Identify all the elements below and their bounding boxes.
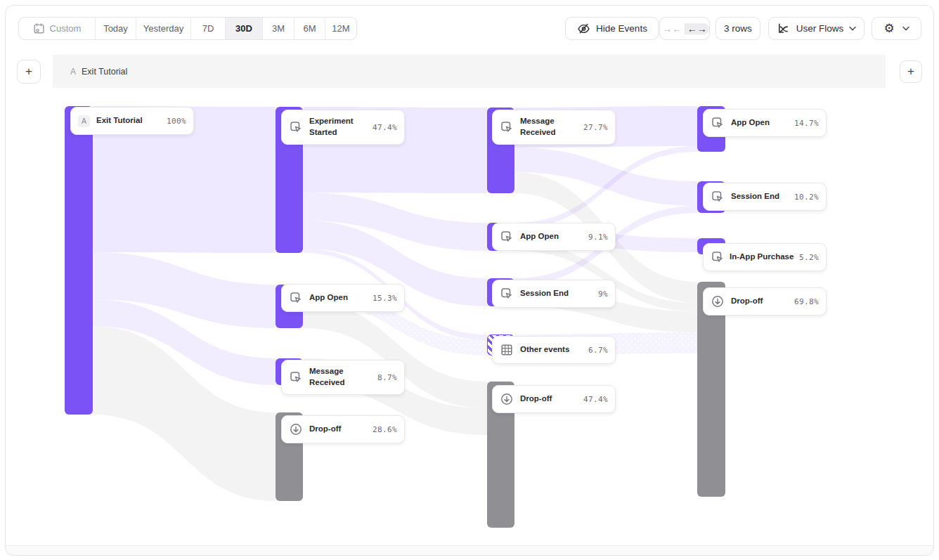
event-icon [500, 120, 514, 134]
event-icon [500, 230, 514, 244]
node-label: Other events [520, 344, 569, 356]
expand-columns-icon[interactable]: ←→ [685, 23, 710, 34]
dropoff-icon [289, 422, 303, 436]
add-step-after-button[interactable]: + [900, 60, 922, 83]
gear-icon: ⚙ [883, 22, 894, 34]
node-card-in-app-purchase[interactable]: In-App Purchase 5.2% [703, 243, 827, 271]
column-width-control: →← ←→ [659, 17, 710, 40]
node-pct: 8.7% [377, 373, 397, 382]
node-card-app-open[interactable]: App Open 15.3% [281, 284, 405, 312]
node-card-session-end[interactable]: Session End 9% [492, 280, 616, 308]
eye-off-icon [576, 22, 590, 36]
event-icon [289, 120, 303, 134]
rows-button[interactable]: 3 rows [715, 17, 760, 40]
footer-strip [6, 545, 933, 555]
step-separator-chevron [474, 0, 493, 33]
node-label: Message Received [520, 116, 574, 138]
view-selector-button[interactable]: User Flows [768, 17, 864, 40]
node-card-app-open[interactable]: App Open 14.7% [703, 109, 827, 137]
node-pct: 9.1% [588, 233, 608, 242]
node-label: Experiment Started [309, 116, 363, 138]
node-pct: 47.4% [583, 395, 608, 404]
step-header-band: A Exit Tutorial [53, 55, 886, 88]
date-range-yesterday[interactable]: Yesterday [136, 18, 190, 39]
view-label: User Flows [796, 23, 844, 34]
node-pct: 5.2% [799, 253, 819, 262]
node-pct: 10.2% [794, 193, 819, 202]
step-letter: A [70, 67, 76, 77]
date-range-custom[interactable]: Custom [19, 18, 95, 39]
node-card-dropoff[interactable]: Drop-off 47.4% [492, 385, 616, 413]
node-label: Exit Tutorial [96, 115, 143, 126]
rows-label: 3 rows [724, 23, 752, 34]
node-card-dropoff[interactable]: Drop-off 28.6% [281, 415, 405, 443]
dropoff-icon [500, 392, 514, 406]
node-label: App Open [731, 117, 770, 129]
node-card-experiment-started[interactable]: Experiment Started 47.4% [281, 110, 405, 145]
node-card-exit-tutorial[interactable]: A Exit Tutorial 100% [70, 107, 194, 135]
event-icon [711, 250, 725, 264]
event-icon [711, 116, 725, 130]
node-label: App Open [520, 231, 559, 242]
date-range-6m[interactable]: 6M [294, 18, 325, 39]
date-range-label: Custom [50, 23, 82, 34]
node-pct: 27.7% [583, 123, 608, 132]
node-label: Session End [520, 288, 569, 299]
date-range-today[interactable]: Today [95, 18, 136, 39]
node-pct: 9% [598, 289, 608, 299]
date-range-12m[interactable]: 12M [325, 18, 356, 39]
add-step-before-button[interactable]: + [17, 60, 41, 84]
event-icon [289, 370, 303, 384]
node-pct: 6.7% [588, 346, 608, 355]
node-pct: 28.6% [373, 425, 397, 434]
date-range-7d[interactable]: 7D [190, 18, 225, 39]
dropoff-icon [711, 294, 725, 308]
node-card-message-received[interactable]: Message Received 27.7% [492, 110, 616, 145]
date-range-30d[interactable]: 30D [225, 18, 262, 39]
step-a-header[interactable]: A Exit Tutorial [70, 55, 127, 88]
node-label: App Open [309, 292, 348, 304]
step-name: Exit Tutorial [82, 67, 127, 77]
date-range-3m[interactable]: 3M [262, 18, 294, 39]
grid-icon [500, 343, 514, 357]
node-card-session-end[interactable]: Session End 10.2% [703, 183, 827, 211]
node-pct: 15.3% [373, 294, 397, 303]
node-pct: 47.4% [373, 123, 397, 132]
node-pct: 69.8% [794, 297, 819, 306]
event-icon [500, 287, 514, 301]
node-card-other-events[interactable]: Other events 6.7% [492, 336, 616, 364]
hide-events-label: Hide Events [596, 23, 647, 34]
chevron-down-icon [902, 22, 909, 36]
flows-chart-icon [777, 22, 791, 36]
node-card-app-open[interactable]: App Open 9.1% [492, 223, 616, 251]
node-label: Drop-off [309, 424, 341, 435]
node-label: In-App Purchase [730, 252, 794, 263]
chevron-down-icon [849, 22, 856, 36]
hide-events-button[interactable]: Hide Events [565, 17, 659, 40]
node-label: Drop-off [731, 296, 763, 307]
node-pct: 14.7% [794, 119, 819, 128]
node-bar-exit-tutorial[interactable] [65, 106, 93, 415]
date-range-control: Custom Today Yesterday 7D 30D 3M 6M 12M [18, 17, 357, 40]
node-label: Session End [731, 191, 779, 202]
node-label: Drop-off [520, 393, 552, 405]
node-card-message-received[interactable]: Message Received 8.7% [281, 360, 405, 395]
node-card-dropoff[interactable]: Drop-off 69.8% [703, 287, 827, 315]
calendar-icon [33, 22, 45, 34]
event-icon [711, 190, 725, 204]
node-pct: 100% [167, 117, 186, 126]
settings-button[interactable]: ⚙ [872, 17, 921, 40]
event-icon [289, 291, 303, 305]
step-letter-badge: A [78, 115, 90, 127]
collapse-columns-icon[interactable]: →← [660, 23, 685, 34]
node-label: Message Received [309, 366, 363, 388]
